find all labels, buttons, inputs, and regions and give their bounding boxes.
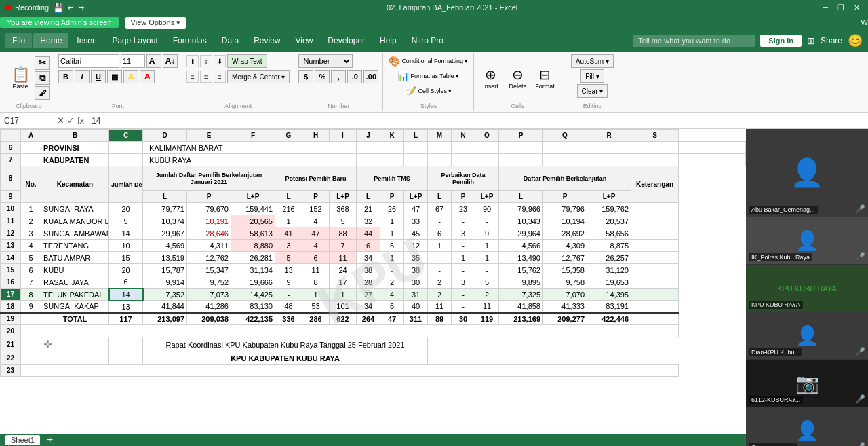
increase-font-button[interactable]: A↑: [146, 54, 161, 68]
cell-D7[interactable]: : KUBU RAYA: [143, 154, 357, 166]
cell-O11[interactable]: -: [475, 215, 499, 227]
cell-N16[interactable]: 3: [452, 276, 475, 289]
minimize-button[interactable]: ─: [820, 3, 831, 12]
cell-Q10[interactable]: 79,796: [543, 203, 587, 215]
cell-O10[interactable]: 90: [475, 203, 499, 215]
col-header-I[interactable]: I: [330, 130, 357, 142]
col-header-D[interactable]: D: [143, 130, 187, 142]
cell-E15[interactable]: 15,347: [187, 264, 231, 276]
cell-P9[interactable]: L: [499, 191, 543, 203]
cell-P10[interactable]: 79,966: [499, 203, 543, 215]
cell-P17[interactable]: 7,325: [499, 289, 543, 301]
cell-E16[interactable]: 9,752: [187, 276, 231, 289]
increase-decimal-button[interactable]: .00: [363, 70, 378, 83]
cell-E17[interactable]: 7,073: [187, 289, 231, 301]
cell-N12[interactable]: 3: [452, 227, 475, 240]
font-size-input[interactable]: [121, 54, 145, 68]
cell-reference[interactable]: C17: [0, 113, 54, 128]
format-painter-button[interactable]: 🖌: [35, 86, 50, 100]
cell-G17[interactable]: -: [275, 289, 302, 301]
align-right-button[interactable]: ≡: [214, 71, 226, 83]
cell-A16[interactable]: 7: [21, 276, 41, 289]
cell-B19[interactable]: TOTAL: [41, 313, 109, 325]
cell-P19[interactable]: 213,169: [499, 313, 543, 325]
cell-M18[interactable]: 11: [428, 301, 452, 313]
cell-C17[interactable]: 14: [109, 289, 143, 301]
cell-A8[interactable]: No.: [21, 166, 41, 203]
row-header-6[interactable]: 6: [1, 142, 21, 154]
cell-M14[interactable]: -: [428, 252, 452, 264]
menu-review[interactable]: Review: [247, 33, 287, 48]
cell-D6[interactable]: : KALIMANTAN BARAT: [143, 142, 357, 154]
cell-S15[interactable]: [631, 264, 679, 276]
row-header-7[interactable]: 7: [1, 154, 21, 166]
col-header-N[interactable]: N: [452, 130, 475, 142]
cell-J19[interactable]: 264: [357, 313, 380, 325]
cell-L13[interactable]: 12: [404, 240, 428, 252]
cell-M11[interactable]: -: [428, 215, 452, 227]
cell-Q14[interactable]: 12,767: [543, 252, 587, 264]
row-header-23[interactable]: 23: [1, 365, 21, 377]
cell-K19[interactable]: 47: [380, 313, 404, 325]
cell-E13[interactable]: 4,311: [187, 240, 231, 252]
col-header-Q[interactable]: Q: [543, 130, 587, 142]
cell-R16[interactable]: 19,653: [587, 276, 631, 289]
cell-M17[interactable]: 2: [428, 289, 452, 301]
cell-E11[interactable]: 10,191: [187, 215, 231, 227]
cell-M12[interactable]: 6: [428, 227, 452, 240]
cell-G11[interactable]: 1: [275, 215, 302, 227]
cell-I12[interactable]: 88: [330, 227, 357, 240]
cell-H14[interactable]: 6: [302, 252, 330, 264]
cell-J13[interactable]: 6: [357, 240, 380, 252]
cell-O19[interactable]: 119: [475, 313, 499, 325]
cell-B16[interactable]: RASAU JAYA: [41, 276, 109, 289]
menu-help[interactable]: Help: [373, 33, 403, 48]
cell-N9[interactable]: P: [452, 191, 475, 203]
align-bottom-button[interactable]: ⬇: [214, 55, 226, 67]
cell-B6[interactable]: PROVINSI: [41, 142, 109, 154]
cell-O15[interactable]: -: [475, 264, 499, 276]
cancel-formula-icon[interactable]: ✕: [57, 115, 64, 126]
row-header-15[interactable]: 15: [1, 264, 21, 276]
cell-C19[interactable]: 117: [109, 313, 143, 325]
copy-button[interactable]: ⧉: [35, 71, 50, 85]
cell-C8[interactable]: Jumlah Desa / Kelurahan: [109, 166, 143, 203]
col-header-F[interactable]: F: [231, 130, 275, 142]
cell-K17[interactable]: 4: [380, 289, 404, 301]
add-sheet-button[interactable]: +: [47, 434, 53, 446]
cell-K10[interactable]: 26: [380, 203, 404, 215]
restore-button[interactable]: ❐: [835, 3, 847, 13]
cell-A13[interactable]: 4: [21, 240, 41, 252]
cell-K9[interactable]: P: [380, 191, 404, 203]
cell-B21[interactable]: ✛: [41, 337, 109, 352]
cell-C7[interactable]: [109, 154, 143, 166]
cell-N19[interactable]: 30: [452, 313, 475, 325]
cell-M13[interactable]: 1: [428, 240, 452, 252]
cell-rest21[interactable]: [428, 337, 631, 352]
cell-I10[interactable]: 368: [330, 203, 357, 215]
cell-H10[interactable]: 152: [302, 203, 330, 215]
cell-P14[interactable]: 13,490: [499, 252, 543, 264]
cell-E9[interactable]: P: [187, 191, 231, 203]
cell-Q11[interactable]: 10,194: [543, 215, 587, 227]
cell-G12[interactable]: 41: [275, 227, 302, 240]
cell-B14[interactable]: BATU AMPAR: [41, 252, 109, 264]
currency-button[interactable]: $: [298, 70, 313, 83]
decrease-font-button[interactable]: A↓: [163, 54, 178, 68]
cell-F13[interactable]: 8,880: [231, 240, 275, 252]
cell-N18[interactable]: -: [452, 301, 475, 313]
cell-H9[interactable]: P: [302, 191, 330, 203]
cell-K16[interactable]: 2: [380, 276, 404, 289]
cell-J12[interactable]: 44: [357, 227, 380, 240]
cell-M16[interactable]: 2: [428, 276, 452, 289]
cell-A10[interactable]: 1: [21, 203, 41, 215]
cell-F17[interactable]: 14,425: [231, 289, 275, 301]
align-top-button[interactable]: ⬆: [186, 55, 199, 67]
cell-A15[interactable]: 6: [21, 264, 41, 276]
cell-N10[interactable]: 23: [452, 203, 475, 215]
cell-D22[interactable]: KPU KABUPATEN KUBU RAYA: [143, 352, 428, 365]
cell-R12[interactable]: 58,656: [587, 227, 631, 240]
cell-D13[interactable]: 4,569: [143, 240, 187, 252]
cell-F18[interactable]: 83,130: [231, 301, 275, 313]
cell-C11[interactable]: 5: [109, 215, 143, 227]
